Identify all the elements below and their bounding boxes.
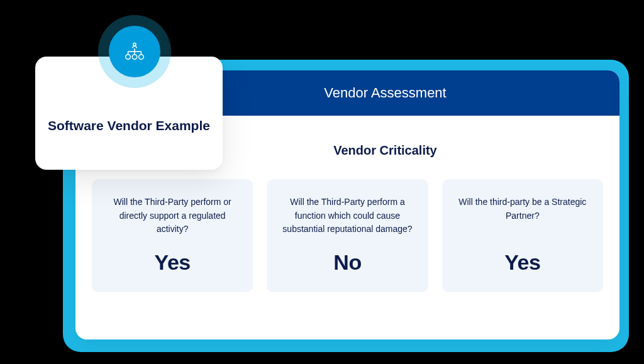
criticality-question: Will the Third-Party perform or directly… [103, 196, 242, 236]
criticality-cards: Will the Third-Party perform or directly… [75, 158, 619, 292]
svg-point-7 [132, 55, 137, 60]
criticality-answer: Yes [453, 250, 592, 275]
criticality-card: Will the Third-Party perform a function … [267, 179, 428, 292]
criticality-card: Will the third-party be a Strategic Part… [442, 179, 603, 292]
svg-point-6 [126, 55, 131, 60]
criticality-card: Will the Third-Party perform or directly… [92, 179, 253, 292]
example-icon-halo [98, 15, 171, 88]
org-hierarchy-icon [123, 40, 147, 63]
criticality-question: Will the third-party be a Strategic Part… [453, 196, 592, 223]
example-card-title: Software Vendor Example [48, 116, 210, 135]
criticality-answer: Yes [103, 250, 242, 275]
criticality-question: Will the Third-Party perform a function … [278, 196, 416, 236]
example-icon-circle [109, 26, 160, 77]
svg-point-0 [133, 43, 136, 46]
panel-header-title: Vendor Assessment [324, 85, 446, 101]
criticality-answer: No [278, 250, 416, 275]
svg-point-8 [139, 55, 144, 60]
